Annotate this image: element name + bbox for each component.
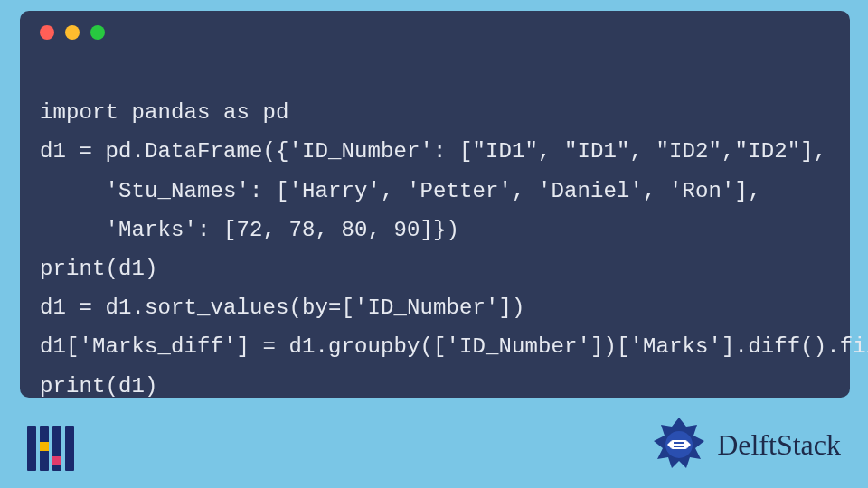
code-line: import pandas as pd bbox=[40, 100, 289, 125]
code-line: d1 = pd.DataFrame({'ID_Number': ["ID1", … bbox=[40, 139, 826, 164]
brand-name: DelftStack bbox=[717, 428, 841, 462]
logo-bar bbox=[40, 426, 49, 471]
code-line: print(d1) bbox=[40, 374, 158, 399]
code-card: import pandas as pd d1 = pd.DataFrame({'… bbox=[20, 11, 850, 398]
svg-rect-5 bbox=[674, 442, 684, 444]
logo-bar bbox=[27, 426, 36, 471]
minimize-icon[interactable] bbox=[65, 25, 80, 40]
code-line: 'Marks': [72, 78, 80, 90]}) bbox=[40, 218, 459, 242]
code-line: d1['Marks_diff'] = d1.groupby(['ID_Numbe… bbox=[40, 334, 868, 359]
delftstack-badge-icon bbox=[650, 416, 708, 474]
window-controls bbox=[40, 25, 830, 40]
logo-bar bbox=[52, 426, 61, 471]
pandas-logo-icon bbox=[27, 418, 74, 471]
code-line: d1 = d1.sort_values(by=['ID_Number']) bbox=[40, 296, 525, 320]
zoom-icon[interactable] bbox=[90, 25, 105, 40]
footer: DelftStack bbox=[0, 405, 868, 488]
delftstack-brand: DelftStack bbox=[650, 416, 841, 474]
code-line: print(d1) bbox=[40, 257, 158, 281]
close-icon[interactable] bbox=[40, 25, 54, 40]
code-line: 'Stu_Names': ['Harry', 'Petter', 'Daniel… bbox=[40, 179, 761, 203]
canvas: import pandas as pd d1 = pd.DataFrame({'… bbox=[0, 0, 868, 488]
svg-rect-6 bbox=[674, 446, 684, 447]
code-block: import pandas as pd d1 = pd.DataFrame({'… bbox=[40, 54, 830, 406]
svg-rect-2 bbox=[671, 440, 687, 449]
logo-bar bbox=[65, 426, 74, 471]
